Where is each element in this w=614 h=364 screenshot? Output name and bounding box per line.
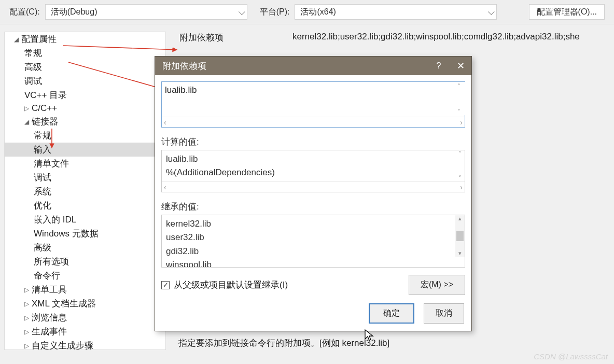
scroll-left-icon: ‹ [164,183,166,191]
tree-item[interactable]: 所有选项 [5,255,165,269]
list-item: kernel32.lib [166,217,455,231]
property-description: 指定要添加到链接命令行的附加项。[例如 kernel32.lib] [170,334,610,349]
scroll-right-icon: › [460,183,463,191]
collapse-icon: ▷ [24,286,31,293]
scroll-down-icon: ▾ [458,250,462,257]
config-combo[interactable]: 活动(Debug) [45,4,247,20]
cancel-button[interactable]: 取消 [424,303,464,324]
list-item: gdi32.lib [166,245,455,258]
expand-icon: ◢ [14,36,20,43]
calc-vscroll[interactable]: ˄˅ [455,150,465,181]
property-name: 附加依赖项 [179,32,283,44]
property-value: kernel32.lib;user32.lib;gdi32.lib;winspo… [292,32,580,44]
input-wrap: ˄˅ ‹› [161,81,465,128]
platform-combo[interactable]: 活动(x64) [295,4,497,20]
property-row[interactable]: 附加依赖项 kernel32.lib;user32.lib;gdi32.lib;… [170,32,610,44]
tree-item[interactable]: 调试 [5,74,165,88]
list-item: winspool.lib [166,258,455,267]
property-tree[interactable]: ◢配置属性 常规 高级 调试 VC++ 目录 ▷C/C++ ◢链接器 常规 输入… [4,32,166,350]
collapse-icon: ▷ [24,300,31,307]
scroll-up-icon: ˄ [457,83,460,90]
additional-deps-dialog: 附加依赖项 ? ✕ ˄˅ ‹› 计算的值: lualib.lib %(Addit… [155,56,472,331]
list-item: lualib.lib [166,152,455,166]
tree-item-cpp[interactable]: ▷C/C++ [5,102,165,115]
tree-item-input-selected[interactable]: 输入 [5,143,165,157]
inherit-checkbox[interactable]: ✓ 从父级或项目默认设置继承(I) [161,279,288,291]
collapse-icon: ▷ [24,328,31,335]
inherit-vscroll[interactable]: ▴▾ [455,215,465,257]
inherited-lines: kernel32.lib user32.lib gdi32.lib winspo… [162,215,465,267]
expand-icon: ◢ [24,118,31,125]
ok-button[interactable]: 确定 [369,303,414,324]
collapse-icon: ▷ [24,105,31,112]
tree-item[interactable]: ▷浏览信息 [5,311,165,325]
tree-item[interactable]: ▷XML 文档生成器 [5,297,165,311]
list-item: user32.lib [166,231,455,244]
collapse-icon: ▷ [24,342,31,349]
scroll-thumb[interactable] [456,231,464,241]
tree-item[interactable]: 调试 [5,171,165,185]
tree-item[interactable]: 嵌入的 IDL [5,213,165,227]
scroll-right-icon: › [460,118,463,127]
config-combo-value: 活动(Debug) [51,7,97,18]
tree-item[interactable]: ▷生成事件 [5,325,165,339]
tree-item[interactable]: 常规 [5,46,165,60]
tree-item[interactable]: 高级 [5,241,165,255]
inherited-listbox: kernel32.lib user32.lib gdi32.lib winspo… [161,215,465,268]
tree-item[interactable]: ▷自定义生成步骤 [5,339,165,350]
config-toolbar: 配置(C): 活动(Debug) 平台(P): 活动(x64) 配置管理器(O)… [0,0,614,24]
help-icon[interactable]: ? [428,57,450,75]
textarea-hscroll[interactable]: ‹› [162,117,465,127]
tree-item[interactable]: VC++ 目录 [5,88,165,102]
platform-label: 平台(P): [260,7,290,18]
tree-item[interactable]: 高级 [5,60,165,74]
inherited-label: 继承的值: [161,201,465,213]
platform-combo-value: 活动(x64) [300,7,336,18]
tree-item[interactable]: 常规 [5,129,165,143]
tree-item-linker[interactable]: ◢链接器 [5,115,165,129]
dialog-title: 附加依赖项 [162,60,206,72]
watermark: CSDN @LawssssCat [534,352,608,361]
config-label: 配置(C): [9,7,40,18]
calculated-lines: lualib.lib %(AdditionalDependencies) [162,150,465,181]
tree-item[interactable]: 系统 [5,185,165,199]
calculated-listbox: lualib.lib %(AdditionalDependencies) ˄˅ … [161,150,465,192]
tree-item[interactable]: 命令行 [5,269,165,283]
list-item: %(AdditionalDependencies) [166,166,455,179]
inherit-checkbox-label: 从父级或项目默认设置继承(I) [174,279,288,291]
config-manager-button[interactable]: 配置管理器(O)... [529,4,605,20]
scroll-down-icon: ˅ [457,108,460,116]
calculated-label: 计算的值: [161,136,465,148]
scroll-left-icon: ‹ [164,118,166,127]
tree-item[interactable]: ▷清单工具 [5,283,165,297]
textarea-vscroll[interactable]: ˄˅ [454,83,464,116]
macro-button[interactable]: 宏(M) >> [409,275,465,295]
close-icon[interactable]: ✕ [450,57,471,75]
tree-item[interactable]: 清单文件 [5,157,165,171]
checkbox-icon: ✓ [161,281,170,289]
scroll-up-icon: ˄ [458,150,462,157]
collapse-icon: ▷ [24,314,31,321]
calc-hscroll[interactable]: ‹› [162,181,465,192]
tree-root[interactable]: ◢配置属性 [5,32,165,46]
tree-item[interactable]: Windows 元数据 [5,227,165,241]
tree-item[interactable]: 优化 [5,199,165,213]
scroll-down-icon: ˅ [458,175,462,181]
dialog-titlebar[interactable]: 附加依赖项 ? ✕ [155,57,471,75]
scroll-up-icon: ▴ [458,215,462,222]
deps-textarea[interactable] [162,82,468,115]
